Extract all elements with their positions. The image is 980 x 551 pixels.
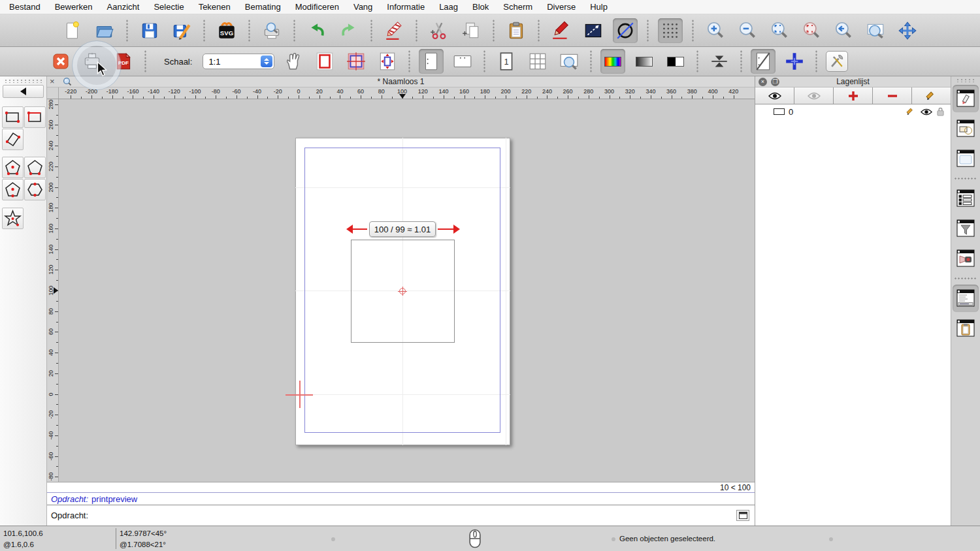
command-input-line[interactable]: Opdracht: xyxy=(47,505,755,526)
canvas-window-button[interactable] xyxy=(953,145,979,172)
single-page-button[interactable]: 1 xyxy=(494,49,519,74)
menu-bewerken[interactable]: Bewerken xyxy=(55,2,93,12)
layer-row[interactable]: 0 xyxy=(755,104,951,119)
menu-tekenen[interactable]: Tekenen xyxy=(199,2,231,12)
remove-layer-button[interactable] xyxy=(873,87,912,104)
landscape-page-button[interactable] xyxy=(450,49,475,74)
page-margins-button[interactable] xyxy=(312,49,337,74)
sheet-frame-button[interactable] xyxy=(751,49,776,74)
command-log-window-button[interactable] xyxy=(953,285,979,312)
color-mode-button[interactable] xyxy=(600,49,625,74)
rectangle-size-tool[interactable] xyxy=(24,106,46,128)
menu-selectie[interactable]: Selectie xyxy=(154,2,184,12)
close-button[interactable] xyxy=(48,49,73,74)
zoom-in-button[interactable] xyxy=(703,18,728,43)
schaal-select[interactable]: 1:1 xyxy=(203,54,274,69)
page-zoom-button[interactable] xyxy=(557,49,581,74)
add-layer-button[interactable] xyxy=(834,87,873,104)
pages-grid-button[interactable] xyxy=(525,49,550,74)
show-all-layers-button[interactable] xyxy=(755,87,794,104)
cut-button[interactable] xyxy=(427,18,451,43)
menu-blok[interactable]: Blok xyxy=(472,2,489,12)
layer-edit-pencil-icon[interactable] xyxy=(906,107,916,116)
zoom-extents-button[interactable] xyxy=(767,18,792,43)
drawing-area[interactable]: 100 / 99 ≈ 1.01 xyxy=(59,99,755,482)
hexagon-tool[interactable] xyxy=(24,179,46,200)
zoom-out-button[interactable] xyxy=(735,18,760,43)
h-ruler-tick xyxy=(412,97,413,99)
list-window-button[interactable] xyxy=(953,185,979,212)
stepper-icon[interactable] xyxy=(261,55,272,67)
rectangle-tool[interactable] xyxy=(2,106,24,128)
erase-button[interactable] xyxy=(382,18,406,43)
bw-mode-button[interactable] xyxy=(663,49,688,74)
grid-toggle-button[interactable] xyxy=(658,18,683,43)
undo-button[interactable] xyxy=(304,18,329,43)
presentation-window-button[interactable] xyxy=(953,245,979,272)
crosshair-button[interactable] xyxy=(782,49,807,74)
copy-button[interactable] xyxy=(459,18,483,43)
clipboard-window-button[interactable] xyxy=(953,315,979,342)
compress-button[interactable] xyxy=(707,49,732,74)
grayscale-mode-button[interactable] xyxy=(632,49,657,74)
print-button[interactable] xyxy=(80,49,105,74)
layer-name: 0 xyxy=(789,107,793,117)
save-button[interactable] xyxy=(137,18,162,43)
print-area-icon xyxy=(346,51,367,72)
h-ruler-label: -20 xyxy=(274,88,282,95)
palette-collapse-button[interactable] xyxy=(3,85,44,98)
layers-titlebar[interactable]: × ❐ Lagenlijst xyxy=(755,76,951,87)
dimension-label[interactable]: 100 / 99 ≈ 1.01 xyxy=(369,221,436,237)
edit-layer-button[interactable] xyxy=(912,87,951,104)
pan-hand-button[interactable] xyxy=(281,49,306,74)
v-ruler[interactable]: -80-60-40-200204060801001201401601802002… xyxy=(47,99,59,482)
v-ruler-tick xyxy=(55,249,58,250)
pan-button[interactable] xyxy=(895,18,920,43)
portrait-page-button[interactable] xyxy=(419,49,444,74)
menu-bemating[interactable]: Bemating xyxy=(245,2,281,12)
print-find-button[interactable] xyxy=(259,18,284,43)
fit-page-button[interactable] xyxy=(375,49,400,74)
shapes-window-button[interactable] xyxy=(953,115,979,142)
new-document-button[interactable] xyxy=(60,18,85,43)
menu-informatie[interactable]: Informatie xyxy=(387,2,425,12)
zoom-previous-button[interactable] xyxy=(831,18,856,43)
redo-button[interactable] xyxy=(336,18,361,43)
menu-diverse[interactable]: Diverse xyxy=(547,2,576,12)
save-as-button[interactable] xyxy=(169,18,194,43)
menu-vang[interactable]: Vang xyxy=(353,2,372,12)
star-tool[interactable] xyxy=(2,208,24,229)
line-style-button[interactable] xyxy=(581,18,606,43)
paste-button[interactable] xyxy=(504,18,529,43)
menu-hulp[interactable]: Hulp xyxy=(590,2,608,12)
palette-drag-handle[interactable] xyxy=(4,79,42,83)
polygon-edge-tool[interactable] xyxy=(24,157,46,178)
menu-laag[interactable]: Laag xyxy=(439,2,458,12)
layer-lock-icon[interactable] xyxy=(937,107,944,116)
drawing-style-window-button[interactable] xyxy=(953,85,979,112)
menu-scherm[interactable]: Scherm xyxy=(503,2,532,12)
svg-export-button[interactable]: SVG xyxy=(214,18,239,43)
settings-tools-button[interactable] xyxy=(826,51,848,72)
menu-aanzicht[interactable]: Aanzicht xyxy=(107,2,140,12)
hide-all-layers-button[interactable] xyxy=(794,87,834,104)
circle-line-button[interactable] xyxy=(613,18,638,43)
polygon-center-tool[interactable] xyxy=(2,157,24,178)
filter-window-button[interactable] xyxy=(953,215,979,242)
sidebar-drag-handle[interactable] xyxy=(956,78,975,82)
print-area-button[interactable] xyxy=(344,49,368,74)
menu-modificeren[interactable]: Modificeren xyxy=(295,2,339,12)
menu-bestand[interactable]: Bestand xyxy=(9,2,41,12)
markup-pencil-button[interactable] xyxy=(549,18,574,43)
command-window-button[interactable] xyxy=(736,510,749,521)
open-button[interactable] xyxy=(92,18,117,43)
v-ruler-tick xyxy=(55,373,58,374)
polygon-inscribed-tool[interactable] xyxy=(2,179,24,200)
rotated-rectangle-tool[interactable] xyxy=(2,129,24,150)
zoom-window-button[interactable] xyxy=(863,18,888,43)
zoom-selection-button[interactable] xyxy=(799,18,824,43)
h-ruler[interactable]: -220-200-180-160-140-120-100-80-60-40-20… xyxy=(59,87,755,99)
v-ruler-tick xyxy=(56,135,58,136)
layer-visible-eye-icon[interactable] xyxy=(921,108,932,116)
pdf-export-button[interactable]: PDF xyxy=(111,49,136,74)
